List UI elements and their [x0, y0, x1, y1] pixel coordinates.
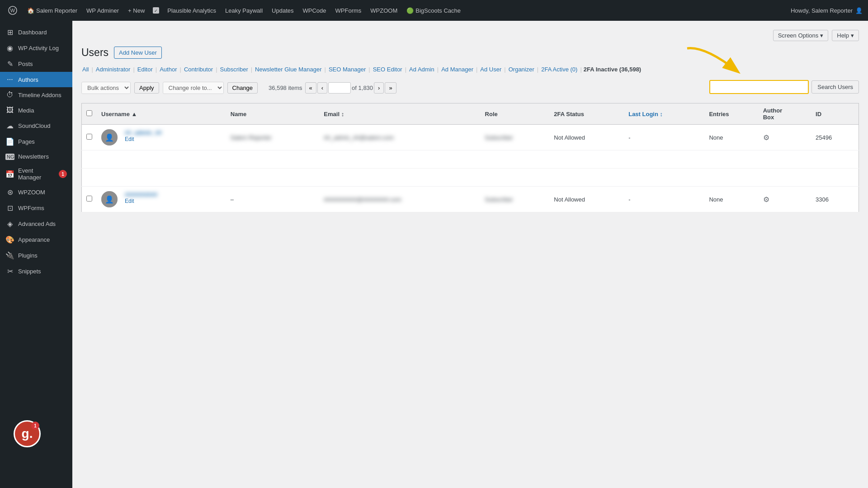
filter-organizer[interactable]: Organizer — [508, 66, 535, 73]
adminbar-new[interactable]: + New — [124, 0, 148, 21]
adminbar-wpforms[interactable]: WPForms — [332, 0, 365, 21]
gear-icon-1[interactable]: ⚙ — [763, 134, 769, 141]
col-role: Role — [481, 103, 550, 125]
sidebar-item-wp-activity-log[interactable]: ◉ WP Activity Log — [0, 40, 72, 56]
adminbar-bigscoot[interactable]: 🟢 BigScoots Cache — [403, 0, 464, 21]
edit-link-1[interactable]: Edit — [125, 136, 134, 142]
gear-icon-2[interactable]: ⚙ — [763, 196, 769, 203]
sidebar-label-soundcloud: SoundCloud — [18, 122, 67, 129]
filter-links: All | Administrator | Editor | Author | … — [81, 66, 859, 73]
col-author-box: AuthorBox — [759, 103, 811, 125]
wp-logo[interactable]: W — [5, 3, 20, 18]
row-author-box-1: ⚙ — [759, 125, 811, 150]
admin-bar: W 🏠 Salem Reporter WP Adminer + New ✓ Pl… — [0, 0, 868, 21]
appearance-icon: 🎨 — [5, 235, 14, 244]
current-page-input[interactable]: 1 — [328, 82, 351, 94]
bulk-actions-select[interactable]: Bulk actions — [81, 82, 131, 94]
add-new-user-button[interactable]: Add New User — [114, 47, 162, 59]
filter-subscriber[interactable]: Subscriber — [219, 66, 249, 73]
col-entries: Entries — [704, 103, 758, 125]
row-entries-2: None — [704, 187, 758, 212]
sidebar-item-authors[interactable]: ··· Authors — [0, 72, 72, 87]
row-username-1: 👤 ##_admin_## Edit — [97, 125, 226, 150]
last-page-button[interactable]: » — [385, 82, 396, 94]
row-id-1: 25496 — [811, 125, 859, 150]
adminbar-wp-adminer[interactable]: WP Adminer — [83, 0, 123, 21]
authors-icon: ··· — [5, 75, 14, 84]
help-button[interactable]: Help ▾ — [832, 30, 859, 41]
row-checkbox-2 — [82, 187, 97, 212]
advanced-ads-icon: ◈ — [5, 220, 14, 228]
dashboard-icon: ⊞ — [5, 28, 14, 37]
sidebar-label-media: Media — [18, 107, 67, 114]
adminbar-leaky-paywall[interactable]: Leaky Paywall — [222, 0, 266, 21]
filter-ad-admin[interactable]: Ad Admin — [408, 66, 435, 73]
row-select-1[interactable] — [86, 134, 92, 140]
row-2fa-2: Not Allowed — [549, 187, 624, 212]
adminbar-site[interactable]: 🏠 Salem Reporter — [24, 0, 81, 21]
sidebar-item-plugins[interactable]: 🔌 Plugins — [0, 248, 72, 263]
search-users-button[interactable]: Search Users — [811, 80, 859, 94]
sidebar-item-advanced-ads[interactable]: ◈ Advanced Ads — [0, 216, 72, 232]
username-link-1[interactable]: ##_admin_## — [125, 129, 162, 136]
sidebar-item-newsletters[interactable]: NG Newsletters — [0, 150, 72, 164]
next-page-button[interactable]: › — [374, 82, 384, 94]
filter-newsletter-glue[interactable]: Newsletter Glue Manager — [254, 66, 322, 73]
table-row: 👤 ########## Edit – — [82, 187, 859, 212]
adminbar-wpzoom[interactable]: WPZOOM — [367, 0, 401, 21]
adminbar-wpcode[interactable]: WPCode — [299, 0, 330, 21]
sidebar-item-timeline[interactable]: ⏱ Timeline Addons — [0, 87, 72, 103]
sidebar-item-pages[interactable]: 📄 Pages — [0, 134, 72, 150]
pagination-area: 36,598 items « ‹ 1 of 1,830 › » — [269, 82, 396, 94]
sidebar-item-dashboard[interactable]: ⊞ Dashboard — [0, 24, 72, 40]
chevron-down-icon-help: ▾ — [851, 32, 854, 39]
filter-ad-manager[interactable]: Ad Manager — [440, 66, 474, 73]
select-all-checkbox[interactable] — [86, 110, 92, 116]
sidebar-item-wpzoom[interactable]: ⊛ WPZOOM — [0, 184, 72, 200]
filter-seo-editor[interactable]: SEO Editor — [372, 66, 403, 73]
pages-icon: 📄 — [5, 137, 14, 146]
sidebar-item-media[interactable]: 🖼 Media — [0, 103, 72, 118]
filter-seo-manager[interactable]: SEO Manager — [328, 66, 367, 73]
change-role-select[interactable]: Change role to... — [163, 82, 224, 94]
sidebar-item-wpforms[interactable]: ⊡ WPForms — [0, 200, 72, 216]
filter-2fa-active[interactable]: 2FA Active (0) — [540, 66, 578, 73]
filter-2fa-inactive: 2FA Inactive (36,598) — [584, 66, 641, 73]
adminbar-plausible[interactable]: Plausible Analytics — [164, 0, 220, 21]
adminbar-mark[interactable]: ✓ — [150, 0, 162, 21]
row-author-box-2: ⚙ — [759, 187, 811, 212]
avatar-2: 👤 — [101, 191, 118, 207]
sidebar-item-appearance[interactable]: 🎨 Appearance — [0, 232, 72, 248]
row-select-2[interactable] — [86, 196, 92, 202]
filter-all[interactable]: All — [81, 66, 90, 73]
filter-author[interactable]: Author — [159, 66, 178, 73]
gravatar-widget[interactable]: g. 1 — [14, 420, 41, 447]
bulk-apply-button[interactable]: Apply — [134, 82, 159, 94]
col-2fa-status: 2FA Status — [549, 103, 624, 125]
users-table: Username ▲ Name Email ↕ Role 2FA Status … — [81, 103, 859, 212]
sidebar-item-event-manager[interactable]: 📅 Event Manager 1 — [0, 164, 72, 184]
sidebar-label-dashboard: Dashboard — [18, 29, 67, 36]
sidebar-item-soundcloud[interactable]: ☁ SoundCloud — [0, 118, 72, 134]
filter-administrator[interactable]: Administrator — [95, 66, 132, 73]
username-link-2[interactable]: ########## — [125, 191, 157, 198]
page-title-area: Users Add New User — [81, 47, 859, 59]
gravatar-badge: 1 — [31, 422, 39, 430]
change-role-button[interactable]: Change — [227, 82, 258, 94]
prev-page-button[interactable]: ‹ — [317, 82, 327, 94]
main-content: Screen Options ▾ Help ▾ Users Add New Us… — [72, 21, 868, 488]
screen-options-button[interactable]: Screen Options ▾ — [773, 30, 829, 41]
adminbar-updates[interactable]: Updates — [268, 0, 297, 21]
filter-contributor[interactable]: Contributor — [183, 66, 214, 73]
sidebar-item-snippets[interactable]: ✂ Snippets — [0, 263, 72, 279]
filter-editor[interactable]: Editor — [137, 66, 154, 73]
filter-ad-user[interactable]: Ad User — [479, 66, 502, 73]
sidebar-item-posts[interactable]: ✎ Posts — [0, 56, 72, 72]
col-checkbox — [82, 103, 97, 125]
first-page-button[interactable]: « — [305, 82, 316, 94]
edit-link-2[interactable]: Edit — [125, 198, 134, 204]
search-input[interactable] — [709, 80, 809, 94]
svg-text:👤: 👤 — [105, 195, 114, 204]
sidebar-label-posts: Posts — [18, 61, 67, 67]
col-name: Name — [226, 103, 320, 125]
